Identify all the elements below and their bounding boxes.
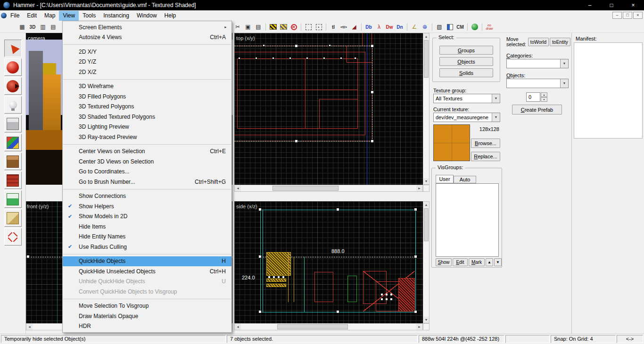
scroll-thumb[interactable] [277, 324, 348, 329]
hollow-button[interactable] [279, 22, 288, 32]
toolbar-separator[interactable] [301, 23, 301, 31]
vertex-handle[interactable] [381, 298, 383, 300]
menubar-item[interactable]: Edit [23, 11, 41, 21]
menu-item[interactable]: ✔ 3D Ray-traced Preview ► [63, 132, 231, 142]
dropdown-arrow-icon[interactable]: ▼ [560, 59, 568, 68]
menu-item[interactable]: ✔ Show Helpers ► [63, 201, 231, 212]
menu-item[interactable]: ✔ Hide Entity Names ► [63, 232, 231, 242]
groups-button[interactable]: Groups [439, 46, 493, 55]
scroll-left-icon[interactable]: ◄ [235, 324, 241, 330]
vertex-handle[interactable] [329, 44, 331, 47]
menu-item[interactable]: ✔ ► [63, 79, 231, 80]
menu-item[interactable]: ✔ ► [63, 189, 231, 189]
selection-handle[interactable] [336, 208, 339, 211]
menu-item[interactable]: ✔ Go to Coordinates... ► [63, 167, 231, 177]
camera-tool-button[interactable] [4, 77, 22, 95]
copy-button[interactable]: ▣ [243, 22, 253, 32]
maximize-button[interactable]: □ [601, 0, 622, 10]
selection-handle[interactable] [414, 208, 417, 211]
menubar-item[interactable]: View [59, 11, 79, 21]
menubar-item[interactable]: Map [41, 11, 59, 21]
selection-handle[interactable] [295, 44, 298, 48]
scroll-right-icon[interactable]: ► [416, 185, 422, 191]
texture-group-select[interactable]: All Textures ▼ [433, 94, 500, 103]
objects-button[interactable]: Objects [439, 57, 493, 66]
close-button[interactable]: × [622, 0, 644, 10]
menu-item[interactable]: ✔ Screen Elements ► [63, 22, 231, 33]
to-world-button[interactable]: toWorld [528, 38, 549, 46]
menu-item[interactable]: ✔ 3D Lighting Preview ► [63, 122, 231, 132]
toolbar-separator[interactable] [432, 23, 432, 31]
show-button[interactable]: Show [436, 258, 452, 266]
vertex-handle[interactable] [255, 57, 257, 59]
prefab-count-input[interactable]: 0 [526, 92, 540, 102]
scroll-left-icon[interactable]: ◄ [235, 185, 241, 191]
viewport-top[interactable]: top (x/y) [234, 33, 423, 185]
paste-button[interactable]: ▤ [254, 22, 263, 32]
vertex-handle[interactable] [278, 276, 280, 278]
manifest-list[interactable] [574, 42, 643, 139]
menu-item[interactable]: ✔ QuickHide Objects H ► [63, 256, 231, 267]
menubar-item[interactable]: File [7, 11, 23, 21]
menu-item[interactable]: ✔ Move Selection To Visgroup ► [63, 301, 231, 311]
solids-button[interactable]: Solids [439, 68, 493, 77]
dropdown-arrow-icon[interactable]: ▼ [560, 79, 568, 88]
texture-scale-lock-button[interactable]: <tl> [339, 22, 348, 32]
selection-handle[interactable] [414, 310, 417, 313]
scroll-down-icon[interactable]: ▼ [423, 178, 429, 184]
menubar-item[interactable]: Instancing [99, 11, 133, 21]
half-blue-button[interactable] [445, 22, 454, 32]
grid-toggle-button[interactable]: ▦ [17, 22, 27, 32]
clipping-tool-button[interactable] [4, 209, 22, 227]
selection-handle[interactable] [295, 139, 298, 143]
dropdown-arrow-icon[interactable]: ▼ [492, 113, 500, 122]
toolbar-separator[interactable] [265, 23, 266, 31]
selection-handle[interactable] [26, 255, 30, 258]
select-touching-button[interactable] [304, 22, 313, 32]
scroll-up-icon[interactable]: ▲ [423, 33, 429, 40]
replace-button[interactable]: Replace... [471, 152, 500, 161]
menu-item[interactable]: ✔ HDR ► [63, 321, 231, 332]
scroll-up-icon[interactable]: ▲ [423, 202, 429, 208]
fade-preview-button[interactable]: λ [374, 22, 384, 32]
minimize-button[interactable]: – [579, 0, 601, 10]
v-scrollbar-top[interactable]: ▲ ▼ [423, 33, 429, 185]
grid-smaller-button[interactable]: ▥ [38, 22, 48, 32]
viewport-side[interactable]: side (x/z) 888.0 224.0 [234, 201, 423, 323]
menu-item[interactable]: ✔ Draw Materials Opaque ► [63, 311, 231, 321]
select-containing-button[interactable]: ▪ [314, 22, 323, 32]
dropdown-arrow-icon[interactable]: ▼ [492, 94, 500, 103]
selection-handle[interactable] [258, 255, 262, 258]
block-tool-button[interactable] [4, 115, 22, 132]
vertex-handle[interactable] [386, 294, 388, 295]
selection-tool-button[interactable] [4, 40, 22, 57]
selection-handle[interactable] [336, 310, 339, 313]
menu-item[interactable]: ✔ 2D Y/Z ► [63, 57, 231, 67]
models-2d-button[interactable]: Dw [385, 22, 394, 32]
vertex-handle[interactable] [354, 57, 356, 59]
menu-item[interactable]: ✔ Hide Items ► [63, 221, 231, 232]
toolbar-separator[interactable] [326, 23, 326, 31]
vertex-handle[interactable] [386, 298, 388, 300]
menu-item[interactable]: ✔ 3D Textured Polygons ► [63, 102, 231, 112]
menu-item[interactable]: ✔ Unhide QuickHide Objects U ► [63, 277, 231, 287]
nodraw-view-button[interactable]: Dn [395, 22, 405, 32]
menu-item[interactable]: ✔ 3D Filled Polygons ► [63, 91, 231, 102]
group-ignore-button[interactable]: R [289, 22, 298, 32]
visgroups-list[interactable] [436, 183, 499, 257]
vertex-handle[interactable] [390, 294, 392, 295]
scroll-thumb[interactable] [424, 40, 429, 78]
scroll-thumb[interactable] [424, 208, 429, 241]
carve-button[interactable] [268, 22, 278, 32]
nodraw-texture-button[interactable]: no draw [485, 22, 494, 32]
menu-item[interactable]: ✔ Convert QuickHide Objects to Visgroup … [63, 287, 231, 297]
scroll-thumb[interactable] [272, 186, 339, 191]
create-prefab-button[interactable]: Create Prefab [512, 105, 562, 115]
vertex-handle[interactable] [282, 276, 284, 278]
mark-button[interactable]: Mark [469, 258, 485, 266]
apply-decals-tool-button[interactable] [4, 172, 22, 189]
vertex-handle[interactable] [268, 276, 270, 278]
detail-brushes-button[interactable]: Db [364, 22, 373, 32]
count-down-button[interactable]: ▼ [541, 97, 547, 102]
sphere-button[interactable]: ⊕ [420, 22, 429, 32]
